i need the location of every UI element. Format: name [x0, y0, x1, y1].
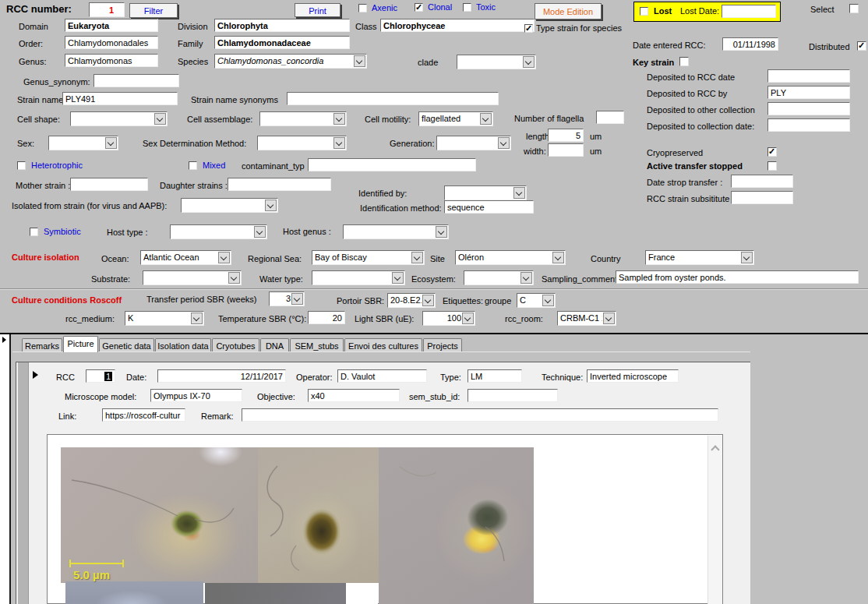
ecosystem-dropdown-button[interactable]: [520, 272, 532, 284]
picture-type-input[interactable]: [468, 369, 522, 383]
clade-combo[interactable]: [457, 55, 536, 69]
picture-date-input[interactable]: [157, 369, 286, 383]
portoir-combo[interactable]: 20-8.E2.: [387, 293, 436, 308]
mother-strain-input[interactable]: [70, 178, 148, 191]
rcc-number-input[interactable]: [89, 2, 125, 17]
width-input[interactable]: [548, 143, 584, 157]
operator-input[interactable]: [337, 369, 427, 383]
tab-picture[interactable]: Picture: [63, 336, 98, 352]
select-checkbox[interactable]: [849, 4, 859, 13]
length-input[interactable]: [548, 129, 584, 142]
sem-stub-id-input[interactable]: [468, 389, 558, 402]
site-combo[interactable]: Oléron: [455, 250, 566, 265]
ecosystem-combo[interactable]: [464, 270, 534, 285]
deposited-collection-date-input[interactable]: [767, 118, 850, 132]
deposited-rcc-date-input[interactable]: [767, 69, 850, 83]
objective-input[interactable]: [308, 389, 400, 402]
transfer-period-combo[interactable]: 3: [269, 291, 305, 306]
generation-combo[interactable]: [436, 136, 511, 150]
print-button[interactable]: Print: [295, 3, 340, 17]
tab-sem-stubs[interactable]: SEM_stubs: [290, 338, 344, 352]
deposited-rcc-by-input[interactable]: [767, 86, 850, 99]
species-combo[interactable]: Chlamydomonas_concordia: [214, 54, 367, 69]
temperature-input[interactable]: [308, 311, 345, 324]
ocean-combo[interactable]: Atlantic Ocean: [140, 250, 231, 265]
tab-isolation-data[interactable]: Isolation data: [155, 338, 211, 352]
microscope-model-input[interactable]: [150, 389, 242, 402]
rcc-medium-dropdown-button[interactable]: [191, 313, 203, 324]
family-input[interactable]: [214, 36, 350, 49]
regional-sea-combo[interactable]: Bay of Biscay: [312, 250, 425, 265]
daughter-strains-input[interactable]: [228, 178, 331, 191]
generation-dropdown-button[interactable]: [498, 137, 510, 149]
date-strop-input[interactable]: [731, 175, 793, 188]
tab-dna[interactable]: DNA: [260, 338, 289, 352]
heterotrophic-checkbox[interactable]: [17, 161, 26, 170]
light-combo[interactable]: 100: [422, 311, 475, 326]
deposited-other-input[interactable]: [767, 102, 850, 115]
genus-input[interactable]: [65, 54, 158, 67]
isolated-from-combo[interactable]: [181, 198, 278, 213]
light-dropdown-button[interactable]: [462, 313, 474, 324]
domain-input[interactable]: [65, 19, 158, 32]
host-genus-dropdown-button[interactable]: [436, 226, 447, 238]
cell-assemblage-dropdown-button[interactable]: [333, 113, 345, 125]
rcc-medium-combo[interactable]: K: [125, 311, 204, 326]
class-input[interactable]: [380, 19, 535, 32]
type-strain-checkbox[interactable]: [524, 24, 533, 33]
sex-combo[interactable]: [48, 136, 118, 150]
tab-projects[interactable]: Projects: [423, 338, 462, 352]
rcc-room-combo[interactable]: CRBM-C1 2(: [557, 311, 616, 326]
identified-by-dropdown-button[interactable]: [513, 187, 525, 199]
clonal-checkbox[interactable]: [415, 3, 423, 12]
transfer-period-dropdown-button[interactable]: [291, 293, 303, 305]
identification-method-input[interactable]: [444, 200, 534, 214]
identified-by-combo[interactable]: [444, 185, 527, 200]
host-type-dropdown-button[interactable]: [254, 226, 266, 238]
host-genus-combo[interactable]: [343, 224, 449, 239]
technique-input[interactable]: [587, 369, 679, 383]
rcc-room-dropdown-button[interactable]: [603, 313, 615, 324]
cell-shape-dropdown-button[interactable]: [154, 113, 166, 125]
axenic-checkbox[interactable]: [358, 4, 367, 12]
etiquettes-combo[interactable]: C: [517, 293, 556, 308]
cryopreserved-checkbox[interactable]: [767, 147, 777, 157]
country-dropdown-button[interactable]: [741, 252, 753, 263]
link-input[interactable]: [102, 408, 185, 422]
sex-dropdown-button[interactable]: [105, 137, 117, 149]
water-type-dropdown-button[interactable]: [392, 272, 404, 284]
tab-cryotubes[interactable]: Cryotubes: [212, 338, 259, 352]
clade-dropdown-button[interactable]: [523, 56, 535, 68]
key-strain-checkbox[interactable]: [679, 57, 689, 66]
species-dropdown-button[interactable]: [354, 55, 365, 67]
portoir-dropdown-button[interactable]: [422, 295, 434, 306]
distributed-checkbox[interactable]: [857, 41, 866, 51]
sampling-comment-input[interactable]: [616, 270, 859, 284]
substrate-combo[interactable]: [143, 270, 242, 285]
contaminant-input[interactable]: [308, 158, 476, 171]
water-type-combo[interactable]: [312, 270, 405, 285]
sex-method-combo[interactable]: [257, 136, 347, 150]
cell-motility-dropdown-button[interactable]: [480, 113, 492, 125]
country-combo[interactable]: France: [645, 250, 754, 265]
mixed-checkbox[interactable]: [189, 161, 197, 170]
cell-assemblage-combo[interactable]: [259, 111, 347, 126]
mode-edition-button[interactable]: Mode Edition: [535, 3, 602, 19]
tab-remarks[interactable]: Remarks: [22, 338, 62, 352]
genus-synonym-input[interactable]: [94, 74, 179, 87]
active-transfer-stopped-checkbox[interactable]: [767, 161, 777, 171]
filter-button[interactable]: Filter: [129, 3, 178, 18]
sex-method-dropdown-button[interactable]: [333, 137, 345, 149]
isolated-from-dropdown-button[interactable]: [265, 200, 277, 211]
cell-shape-combo[interactable]: [70, 111, 168, 126]
lost-date-input[interactable]: [722, 5, 776, 18]
toxic-checkbox[interactable]: [463, 3, 471, 12]
order-input[interactable]: [65, 36, 158, 49]
strain-name-input[interactable]: [62, 92, 178, 105]
regional-sea-dropdown-button[interactable]: [411, 252, 423, 263]
tab-envoi-des-cultures[interactable]: Envoi des cultures: [344, 338, 422, 352]
flagella-input[interactable]: [596, 111, 624, 124]
lost-checkbox[interactable]: [640, 7, 648, 16]
rcc-substitute-input[interactable]: [731, 191, 793, 204]
symbiotic-checkbox[interactable]: [30, 228, 38, 236]
